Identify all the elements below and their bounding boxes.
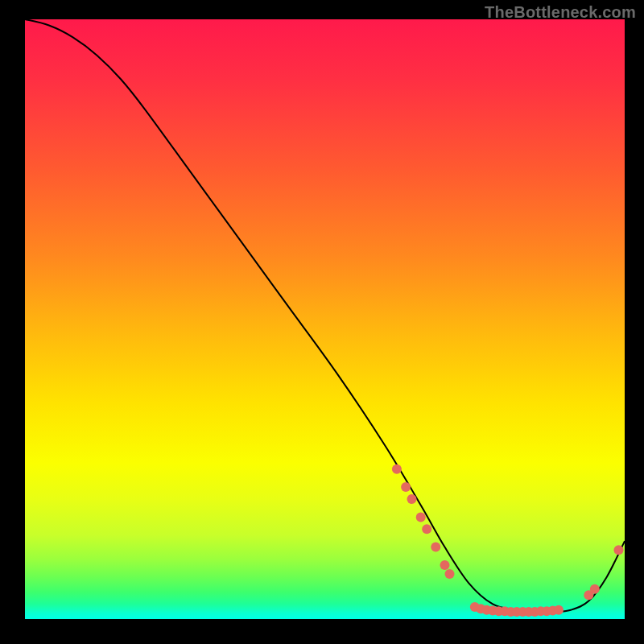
data-point-marker: [431, 543, 440, 552]
curve-line: [25, 19, 625, 612]
data-point-marker: [614, 545, 624, 555]
data-point-marker: [401, 482, 411, 492]
data-point-marker: [445, 569, 455, 579]
data-point-marker: [422, 524, 431, 534]
chart-plot-area: [25, 19, 625, 619]
data-point-marker: [590, 584, 600, 594]
marker-group: [392, 464, 624, 617]
chart-svg: [25, 19, 625, 619]
data-point-marker: [416, 512, 426, 522]
chart-frame: TheBottleneck.com: [0, 0, 644, 644]
data-point-marker: [440, 560, 450, 570]
data-point-marker: [554, 605, 564, 615]
data-point-marker: [392, 464, 402, 474]
data-point-marker: [407, 494, 417, 504]
